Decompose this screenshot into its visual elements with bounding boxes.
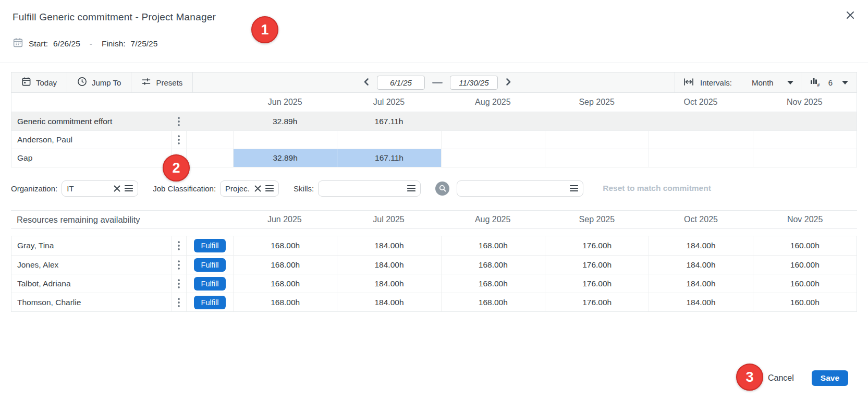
close-button[interactable] bbox=[843, 8, 858, 23]
resources-table: Gray, Tina Fulfill 168.00h 184.00h 168.0… bbox=[11, 236, 857, 312]
row-menu-button[interactable] bbox=[171, 112, 186, 130]
gap-cell bbox=[649, 149, 752, 167]
effort-cell: 167.11h bbox=[337, 112, 441, 130]
interval-width-icon bbox=[683, 78, 694, 88]
annotation-badge-3: 3 bbox=[736, 364, 763, 391]
availability-cell: 176.00h bbox=[545, 293, 649, 311]
kebab-icon bbox=[178, 279, 180, 288]
date-range-nav bbox=[361, 72, 514, 92]
gap-cell bbox=[545, 149, 649, 167]
close-icon bbox=[845, 9, 856, 22]
job-clear-button[interactable] bbox=[254, 185, 262, 192]
job-classification-input[interactable] bbox=[225, 184, 250, 193]
prev-period-button[interactable] bbox=[361, 77, 372, 89]
intervals-dropdown[interactable]: Intervals: Month bbox=[675, 72, 801, 92]
next-period-button[interactable] bbox=[503, 77, 514, 89]
range-start-input[interactable] bbox=[377, 76, 425, 90]
month-header: Sep 2025 bbox=[545, 93, 649, 112]
row-menu-button[interactable] bbox=[172, 131, 186, 149]
dialog-content: Today Jump To bbox=[0, 63, 868, 312]
list-icon bbox=[125, 185, 133, 192]
resource-menu-button[interactable] bbox=[172, 256, 186, 274]
row-name: Generic commitment effort bbox=[11, 112, 171, 130]
chevron-left-icon bbox=[362, 78, 371, 88]
resource-menu-button[interactable] bbox=[172, 274, 186, 293]
chevron-right-icon bbox=[504, 78, 512, 88]
scheduler-toolbar: Today Jump To bbox=[11, 72, 857, 93]
availability-cell: 160.00h bbox=[753, 256, 857, 274]
bar-chart-count-icon: # bbox=[810, 77, 821, 89]
interval-count-dropdown[interactable]: # 6 bbox=[801, 72, 857, 92]
table-row-gap: Gap 32.89h 167.11h bbox=[11, 149, 857, 167]
job-list-button[interactable] bbox=[265, 185, 274, 192]
cancel-button[interactable]: Cancel bbox=[768, 373, 794, 383]
effort-cell bbox=[337, 131, 441, 149]
dialog-title: Fulfill Generic commitment - Project Man… bbox=[13, 11, 855, 23]
availability-cell: 160.00h bbox=[753, 236, 857, 255]
availability-cell: 168.00h bbox=[233, 256, 337, 274]
skills-list-button[interactable] bbox=[407, 185, 415, 192]
start-date-value: 6/26/25 bbox=[53, 39, 80, 49]
availability-cell: 184.00h bbox=[337, 236, 441, 255]
fulfill-button[interactable]: Fulfill bbox=[194, 277, 226, 291]
save-button[interactable]: Save bbox=[812, 370, 848, 386]
month-header: Jul 2025 bbox=[337, 93, 441, 112]
effort-cell bbox=[545, 112, 649, 130]
table-row-resource: Thomson, Charlie Fulfill 168.00h 184.00h… bbox=[11, 293, 857, 311]
resources-title: Resources remaining availability bbox=[11, 211, 233, 228]
toolbar-separator bbox=[192, 72, 193, 92]
organization-clear-button[interactable] bbox=[113, 185, 121, 192]
effort-cell bbox=[233, 131, 337, 149]
kebab-icon bbox=[178, 135, 180, 144]
row-name: Anderson, Paul bbox=[11, 131, 171, 149]
availability-cell: 184.00h bbox=[337, 274, 441, 293]
search-button[interactable] bbox=[435, 182, 449, 196]
resource-search-filter bbox=[457, 180, 583, 197]
month-header: Jul 2025 bbox=[337, 211, 441, 228]
presets-sliders-icon bbox=[141, 77, 151, 88]
jump-to-label: Jump To bbox=[92, 78, 121, 87]
today-button[interactable]: Today bbox=[11, 72, 67, 92]
svg-text:#: # bbox=[817, 82, 820, 87]
month-header: Jun 2025 bbox=[233, 211, 337, 228]
gap-cell-highlighted: 167.11h bbox=[337, 149, 441, 167]
dialog-footer: Cancel Save bbox=[768, 370, 848, 386]
effort-cell: 32.89h bbox=[233, 112, 337, 130]
availability-cell: 168.00h bbox=[233, 293, 337, 311]
fulfill-commitment-dialog: Fulfill Generic commitment - Project Man… bbox=[0, 0, 868, 399]
table-row-assigned-resource: Anderson, Paul bbox=[11, 130, 857, 149]
resource-name: Gray, Tina bbox=[11, 236, 171, 255]
effort-cell bbox=[441, 131, 545, 149]
kebab-icon bbox=[178, 298, 180, 307]
availability-cell: 160.00h bbox=[753, 293, 857, 311]
fulfill-button[interactable]: Fulfill bbox=[194, 296, 226, 309]
skills-input[interactable] bbox=[323, 184, 404, 193]
organization-label: Organization: bbox=[11, 184, 57, 193]
jump-to-button[interactable]: Jump To bbox=[67, 72, 131, 92]
month-header: Aug 2025 bbox=[441, 211, 545, 228]
resource-search-input[interactable] bbox=[462, 184, 566, 193]
presets-button[interactable]: Presets bbox=[131, 72, 192, 92]
start-label: Start: bbox=[29, 39, 48, 49]
today-label: Today bbox=[36, 78, 57, 87]
list-icon bbox=[265, 185, 274, 192]
resource-name: Talbot, Adriana bbox=[11, 274, 171, 293]
availability-cell: 168.00h bbox=[441, 274, 545, 293]
reset-to-match-commitment-link[interactable]: Reset to match commitment bbox=[603, 184, 711, 193]
month-header: Nov 2025 bbox=[753, 211, 857, 228]
organization-input[interactable] bbox=[67, 184, 109, 193]
range-end-input[interactable] bbox=[450, 76, 498, 90]
availability-cell: 184.00h bbox=[649, 274, 752, 293]
organization-list-button[interactable] bbox=[125, 185, 133, 192]
calendar-icon bbox=[13, 37, 23, 50]
availability-cell: 184.00h bbox=[649, 256, 752, 274]
resource-search-list-button[interactable] bbox=[570, 185, 578, 192]
list-icon bbox=[407, 185, 415, 192]
resource-menu-button[interactable] bbox=[172, 236, 186, 255]
resource-menu-button[interactable] bbox=[172, 293, 186, 311]
dialog-header: Fulfill Generic commitment - Project Man… bbox=[0, 0, 868, 63]
range-dash bbox=[432, 82, 443, 83]
fulfill-button[interactable]: Fulfill bbox=[194, 239, 226, 252]
availability-cell: 176.00h bbox=[545, 274, 649, 293]
fulfill-button[interactable]: Fulfill bbox=[194, 258, 226, 272]
